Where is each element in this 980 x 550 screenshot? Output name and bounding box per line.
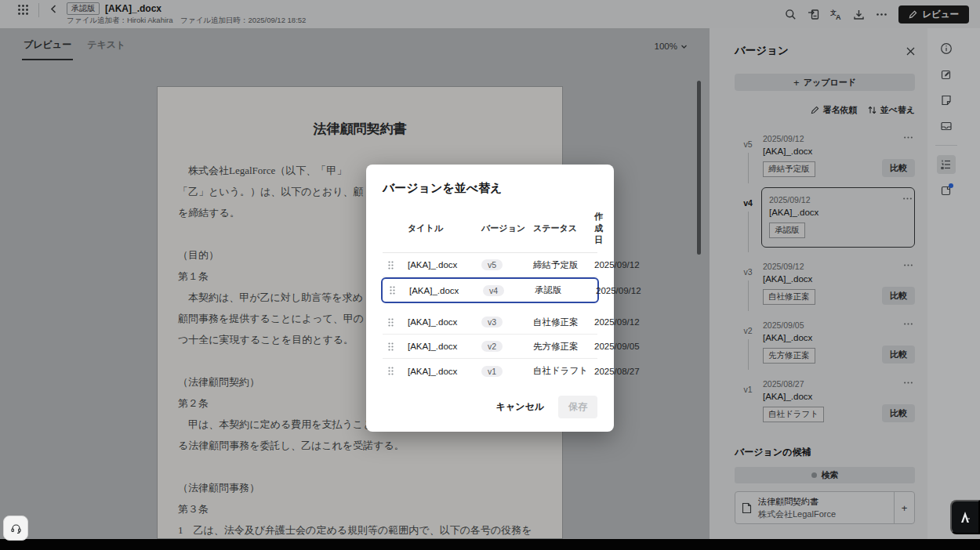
row-date: 2025/09/12: [596, 286, 641, 295]
drag-handle-icon[interactable]: [387, 317, 408, 327]
app-root: 承認版 [AKA]_.docx ファイル追加者：Hiroki Akahira フ…: [0, 0, 980, 550]
modal-footer: キャンセル 保存: [383, 396, 597, 418]
modal-version-row[interactable]: [AKA]_.docx v1 自社ドラフト 2025/08/27: [383, 359, 597, 383]
modal-version-row[interactable]: [AKA]_.docx v4 承認版 2025/09/12: [381, 277, 599, 303]
column-title: タイトル: [408, 223, 481, 234]
row-title: [AKA]_.docx: [409, 286, 483, 295]
row-status: 締結予定版: [527, 259, 594, 271]
drag-handle-icon[interactable]: [387, 366, 408, 376]
row-date: 2025/09/12: [594, 260, 640, 270]
drag-handle-icon[interactable]: [387, 342, 408, 352]
column-status: ステータス: [527, 223, 594, 234]
save-button[interactable]: 保存: [558, 396, 597, 418]
row-version-pill: v5: [481, 260, 527, 270]
modal-version-row[interactable]: [AKA]_.docx v5 締結予定版 2025/09/12: [383, 253, 597, 277]
column-version: バージョン: [481, 223, 527, 234]
row-version-pill: v2: [481, 342, 527, 351]
row-status: 自社ドラフト: [527, 365, 594, 377]
row-version-pill: v3: [481, 317, 527, 327]
modal-title: バージョンを並べ替え: [383, 181, 597, 196]
row-title: [AKA]_.docx: [408, 260, 481, 270]
modal-version-row[interactable]: [AKA]_.docx v3 自社修正案 2025/09/12: [383, 310, 597, 335]
ai-logo-icon: [958, 510, 972, 524]
drag-handle-icon[interactable]: [387, 260, 408, 270]
row-status: 承認版: [528, 284, 596, 296]
row-version-pill: v1: [481, 367, 527, 376]
modal-table-header: タイトル バージョン ステータス 作成日: [383, 208, 597, 253]
column-date: 作成日: [594, 211, 603, 246]
headset-icon: [10, 523, 22, 534]
support-headset-button[interactable]: [3, 516, 28, 541]
modal-table-body: [AKA]_.docx v5 締結予定版 2025/09/12 [AKA]_.d…: [383, 253, 597, 383]
row-title: [AKA]_.docx: [408, 317, 481, 327]
drag-handle-icon[interactable]: [389, 285, 409, 295]
row-title: [AKA]_.docx: [408, 367, 481, 376]
row-date: 2025/09/05: [594, 342, 640, 351]
row-date: 2025/08/27: [594, 367, 640, 376]
row-status: 自社修正案: [527, 317, 594, 328]
modal-version-row[interactable]: [AKA]_.docx v2 先方修正案 2025/09/05: [383, 335, 597, 359]
row-version-pill: v4: [483, 286, 528, 295]
cancel-button[interactable]: キャンセル: [496, 400, 544, 414]
row-title: [AKA]_.docx: [408, 342, 481, 351]
ai-assistant-button[interactable]: [950, 500, 980, 534]
row-status: 先方修正案: [527, 341, 594, 353]
sort-versions-modal: バージョンを並べ替え タイトル バージョン ステータス 作成日 [AKA]_.d…: [366, 165, 614, 432]
row-date: 2025/09/12: [594, 317, 640, 327]
